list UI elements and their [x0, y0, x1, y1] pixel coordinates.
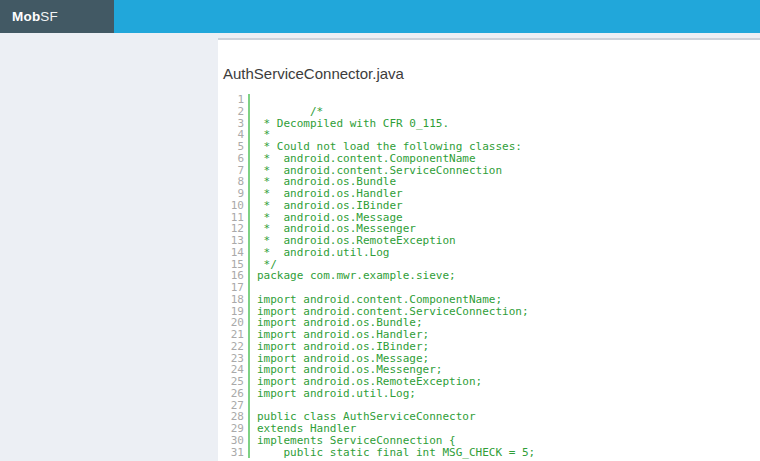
code-line: 25 import android.os.RemoteException;	[223, 376, 750, 388]
code-line: 18 import android.content.ComponentName;	[223, 294, 750, 306]
line-number: 17	[223, 282, 244, 294]
line-content: * android.util.Log	[248, 247, 389, 259]
code-line: 10 * android.os.IBinder	[223, 200, 750, 212]
source-viewer-panel: AuthServiceConnector.java 1 2 /* 3 * Dec…	[218, 38, 760, 461]
code-line: 31 public static final int MSG_CHECK = 5…	[223, 447, 750, 459]
line-content: * android.os.RemoteException	[248, 235, 456, 247]
sidebar-area	[0, 33, 218, 461]
code-line: 6 * android.content.ComponentName	[223, 153, 750, 165]
line-content	[248, 94, 257, 106]
code-line: 9 * android.os.Handler	[223, 188, 750, 200]
code-line: 1	[223, 94, 750, 106]
line-content: extends Handler	[248, 423, 356, 435]
line-content: import android.os.Handler;	[248, 329, 429, 341]
line-content: public static final int MSG_CHECK = 5;	[248, 447, 535, 459]
line-content: * android.os.IBinder	[248, 200, 403, 212]
code-line: 21 import android.os.Handler;	[223, 329, 750, 341]
line-content: import android.os.IBinder;	[248, 341, 429, 353]
top-navbar: MobSF	[0, 0, 760, 33]
line-number: 1	[223, 94, 244, 106]
line-content: * android.content.ComponentName	[248, 153, 476, 165]
line-content	[248, 400, 257, 412]
navbar-accent-bar	[114, 0, 760, 33]
line-content: * Decompiled with CFR 0_115.	[248, 118, 449, 130]
line-number: 2	[223, 106, 244, 118]
line-number: 13	[223, 235, 244, 247]
code-line: 17	[223, 282, 750, 294]
line-content: implements ServiceConnection {	[248, 435, 456, 447]
code-line: 29 extends Handler	[223, 423, 750, 435]
line-content: package com.mwr.example.sieve;	[248, 270, 456, 282]
brand-text-rest: SF	[40, 9, 58, 24]
code-line: 16 package com.mwr.example.sieve;	[223, 270, 750, 282]
line-number: 5	[223, 141, 244, 153]
line-content: import android.content.ComponentName;	[248, 294, 502, 306]
file-title: AuthServiceConnector.java	[223, 64, 750, 83]
code-line: 2 /*	[223, 106, 750, 118]
line-number: 30	[223, 435, 244, 447]
code-line: 13 * android.os.RemoteException	[223, 235, 750, 247]
code-line: 22 import android.os.IBinder;	[223, 341, 750, 353]
line-number: 21	[223, 329, 244, 341]
line-number: 18	[223, 294, 244, 306]
line-number: 14	[223, 247, 244, 259]
line-number: 6	[223, 153, 244, 165]
line-number: 26	[223, 388, 244, 400]
source-code-block: 1 2 /* 3 * Decompiled with CFR 0_115. 4 …	[223, 94, 750, 458]
line-content: /*	[248, 106, 323, 118]
code-line: 5 * Could not load the following classes…	[223, 141, 750, 153]
mobsf-brand-link[interactable]: MobSF	[0, 0, 114, 33]
brand-text-bold: Mob	[12, 9, 40, 24]
line-content: import android.util.Log;	[248, 388, 416, 400]
line-number: 31	[223, 447, 244, 459]
line-content: import android.os.RemoteException;	[248, 376, 482, 388]
line-number: 10	[223, 200, 244, 212]
line-content: * Could not load the following classes:	[248, 141, 522, 153]
line-content	[248, 282, 257, 294]
line-content: * android.os.Handler	[248, 188, 403, 200]
code-line: 3 * Decompiled with CFR 0_115.	[223, 118, 750, 130]
line-number: 9	[223, 188, 244, 200]
line-number: 22	[223, 341, 244, 353]
code-line: 30 implements ServiceConnection {	[223, 435, 750, 447]
code-line: 14 * android.util.Log	[223, 247, 750, 259]
code-line: 26 import android.util.Log;	[223, 388, 750, 400]
line-number: 25	[223, 376, 244, 388]
line-number: 29	[223, 423, 244, 435]
